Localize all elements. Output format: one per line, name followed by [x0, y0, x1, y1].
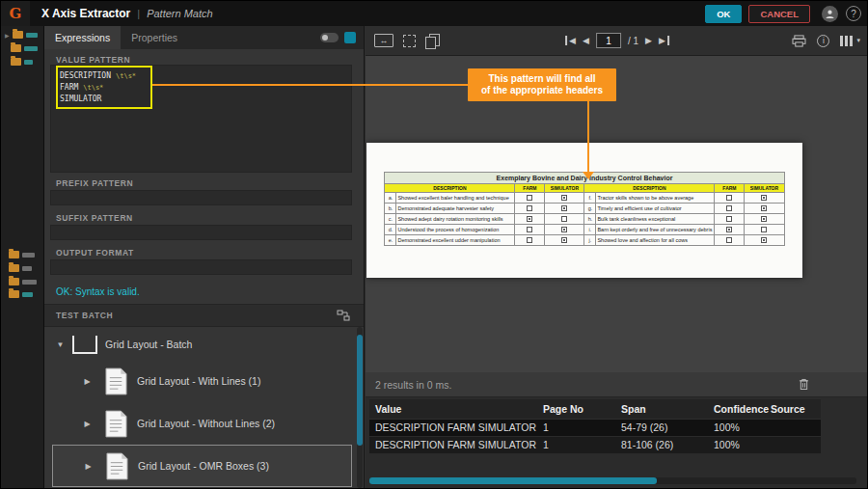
callout-line1: This pattern will find all	[468, 73, 616, 86]
regex-tag: \t\s*	[83, 84, 103, 92]
omr-box	[527, 205, 532, 211]
batch-item-omr-boxes[interactable]: ▶ Grid Layout - OMR Boxes (3)	[52, 445, 352, 487]
col-page-no[interactable]: Page No	[537, 399, 615, 419]
tree-item[interactable]	[9, 277, 37, 286]
first-page-icon[interactable]: ◀	[565, 36, 576, 45]
tree-scrollbar[interactable]	[357, 327, 363, 488]
next-page-icon[interactable]: ▶	[645, 36, 652, 45]
select-region-icon[interactable]	[403, 35, 416, 47]
expander-open-icon[interactable]: ▼	[56, 340, 65, 349]
omr-box	[761, 237, 767, 243]
person-icon	[825, 9, 835, 19]
document-table: Exemplary Bovine and Dairy Industry Cont…	[384, 172, 784, 246]
expressions-panel: Expressions Properties VALUE PATTERN DES…	[44, 26, 365, 489]
batch-item-with-lines[interactable]: ▶ Grid Layout - With Lines (1)	[52, 360, 352, 402]
results-hscrollbar-thumb[interactable]	[369, 477, 657, 484]
cancel-button[interactable]: CANCEL	[748, 5, 810, 23]
navigation-tree-strip: ▶	[1, 26, 44, 489]
doc-row: b.Demonstrated adequate harvester safety…	[385, 204, 784, 214]
output-format-editor[interactable]	[50, 259, 352, 275]
doc-header-farm: FARM	[515, 184, 545, 193]
batch-item-label: Grid Layout - Without Lines (2)	[137, 418, 275, 429]
editor-mode-icon[interactable]	[344, 32, 356, 43]
page-number-input[interactable]	[596, 33, 621, 48]
help-icon[interactable]: ?	[846, 6, 861, 21]
col-source[interactable]: Source	[765, 399, 821, 419]
omr-box	[561, 205, 567, 211]
fit-width-icon[interactable]: ↔	[374, 34, 393, 47]
app-logo[interactable]: G	[1, 1, 30, 26]
last-page-icon[interactable]: ▶	[659, 36, 669, 45]
pattern-line: SIMULATOR	[60, 94, 351, 105]
test-batch-header: TEST BATCH	[44, 304, 364, 327]
suffix-pattern-label: SUFFIX PATTERN	[56, 213, 133, 223]
tab-icons	[320, 26, 364, 49]
omr-box	[561, 237, 567, 243]
pattern-line: DESCRIPTION\t\s*	[60, 70, 351, 82]
print-icon[interactable]	[792, 35, 806, 47]
results-table: Value Page No Span Confidence Source DES…	[369, 399, 821, 454]
document-title: Exemplary Bovine and Dairy Industry Cont…	[385, 173, 784, 184]
doc-header-description: DESCRIPTION	[584, 184, 715, 193]
ok-button[interactable]: OK	[705, 5, 742, 23]
omr-box	[561, 227, 567, 232]
col-confidence[interactable]: Confidence	[708, 399, 765, 419]
viewer-toolbar: ↔ ◀ ◀ / 1 ▶ ▶ i ▾	[366, 26, 868, 56]
result-row[interactable]: DESCRIPTION FARM SIMULATOR181-106 (26)10…	[369, 436, 821, 453]
clipped-label	[22, 253, 35, 258]
tree-item[interactable]	[9, 289, 33, 299]
tree-item[interactable]: ▶	[5, 30, 38, 40]
folder-icon	[9, 290, 19, 298]
folder-icon	[13, 31, 23, 39]
test-batch-icon[interactable]	[337, 310, 350, 321]
pages-icon[interactable]	[425, 34, 440, 48]
batch-icon	[72, 336, 97, 354]
trash-glyph	[799, 378, 809, 391]
batch-item-without-lines[interactable]: ▶ Grid Layout - Without Lines (2)	[52, 402, 352, 445]
expander-closed-icon[interactable]: ▶	[84, 462, 93, 471]
document-viewer[interactable]: Exemplary Bovine and Dairy Industry Cont…	[366, 56, 868, 372]
results-hscrollbar[interactable]	[369, 477, 856, 484]
doc-row: e.Demonstrated excellent udder manipulat…	[385, 235, 784, 246]
tab-expressions[interactable]: Expressions	[44, 26, 121, 49]
clear-results-icon[interactable]	[799, 378, 809, 391]
chevron-right-icon: ▶	[5, 32, 10, 39]
expander-closed-icon[interactable]: ▶	[83, 420, 92, 428]
tree-item[interactable]	[11, 43, 38, 53]
panel-tabbar: Expressions Properties	[44, 26, 364, 49]
syntax-status-text: OK: Syntax is valid.	[56, 286, 140, 297]
regex-tag: \t\s*	[116, 72, 136, 80]
test-batch-label: TEST BATCH	[56, 311, 113, 320]
suffix-pattern-editor[interactable]	[50, 225, 352, 240]
folder-icon	[9, 264, 19, 272]
user-avatar-icon[interactable]	[822, 6, 838, 22]
title-separator: |	[137, 8, 140, 19]
editor-toggle-icon[interactable]	[320, 33, 339, 42]
col-span[interactable]: Span	[615, 399, 708, 419]
batch-root-label: Grid Layout - Batch	[105, 339, 192, 350]
value-pattern-editor[interactable]: DESCRIPTION\t\s* FARM\t\s* SIMULATOR	[50, 65, 352, 173]
window-subtitle: Pattern Match	[147, 8, 212, 19]
folder-icon	[11, 58, 21, 66]
result-row[interactable]: DESCRIPTION FARM SIMULATOR154-79 (26)100…	[369, 419, 821, 436]
tree-item[interactable]	[11, 57, 33, 67]
page-total-label: / 1	[628, 36, 638, 46]
results-summary-bar: 2 results in 0 ms.	[366, 372, 868, 397]
col-value[interactable]: Value	[369, 399, 537, 419]
expander-closed-icon[interactable]: ▶	[83, 377, 92, 386]
document-page[interactable]: Exemplary Bovine and Dairy Industry Cont…	[366, 143, 802, 278]
flow-icon	[337, 310, 350, 321]
prefix-pattern-editor[interactable]	[50, 190, 352, 205]
previous-page-icon[interactable]: ◀	[583, 36, 589, 45]
tree-scrollbar-thumb[interactable]	[357, 335, 363, 446]
info-icon[interactable]: i	[817, 35, 829, 47]
clipped-label	[26, 33, 38, 38]
tree-item[interactable]	[9, 263, 32, 273]
tab-properties[interactable]: Properties	[121, 26, 188, 49]
batch-item-label: Grid Layout - With Lines (1)	[137, 375, 260, 387]
layout-columns-icon[interactable]: ▾	[840, 36, 860, 46]
batch-root-item[interactable]: ▼ Grid Layout - Batch	[56, 333, 192, 356]
output-format-label: OUTPUT FORMAT	[56, 248, 134, 258]
omr-box	[761, 195, 767, 201]
tree-item[interactable]	[9, 250, 35, 259]
